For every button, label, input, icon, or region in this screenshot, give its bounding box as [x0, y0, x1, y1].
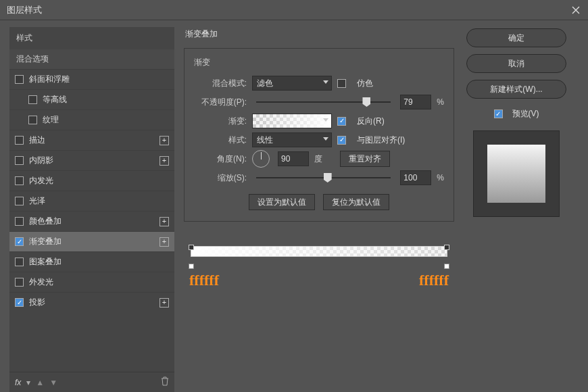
- dither-label: 仿色: [357, 78, 373, 89]
- fieldset-title: 渐变: [194, 57, 444, 68]
- style-checkbox[interactable]: [15, 237, 24, 246]
- style-checkbox[interactable]: [15, 197, 24, 205]
- style-label: 内阴影: [29, 155, 160, 166]
- style-label: 描边: [29, 134, 160, 146]
- style-label: 样式:: [194, 134, 247, 146]
- trash-icon[interactable]: [161, 376, 169, 388]
- opacity-unit: %: [437, 97, 444, 107]
- style-label: 图案叠加: [29, 256, 169, 268]
- style-label: 渐变叠加: [29, 236, 160, 247]
- preview-swatch: [473, 130, 560, 217]
- style-row-2[interactable]: 纹理: [9, 109, 174, 130]
- style-row-4[interactable]: 内阴影+: [9, 150, 174, 170]
- style-checkbox[interactable]: [15, 298, 24, 307]
- reset-align-button[interactable]: 重置对齐: [340, 151, 390, 167]
- chevron-down-icon: [323, 137, 328, 141]
- arrow-up-icon[interactable]: ▲: [36, 378, 44, 387]
- add-instance-icon[interactable]: +: [160, 298, 169, 308]
- reverse-checkbox[interactable]: [337, 117, 346, 126]
- style-checkbox[interactable]: [15, 156, 24, 165]
- add-instance-icon[interactable]: +: [160, 217, 169, 226]
- cancel-button[interactable]: 取消: [466, 54, 566, 73]
- opacity-stop-left[interactable]: [189, 245, 194, 250]
- style-row-3[interactable]: 描边+: [9, 130, 174, 150]
- style-label: 光泽: [29, 195, 169, 207]
- gradient-preview: [253, 114, 331, 128]
- style-row-11[interactable]: 投影+: [9, 292, 174, 312]
- reverse-label: 反向(R): [357, 116, 385, 127]
- style-row-6[interactable]: 光泽: [9, 191, 174, 211]
- blend-mode-label: 混合模式:: [194, 78, 247, 89]
- add-instance-icon[interactable]: +: [160, 237, 169, 247]
- section-title: 渐变叠加: [184, 27, 454, 43]
- style-select[interactable]: 线性: [252, 132, 332, 147]
- arrow-down-icon[interactable]: ▼: [49, 378, 57, 387]
- ok-button[interactable]: 确定: [466, 28, 566, 47]
- styles-header: 样式: [9, 27, 174, 49]
- style-checkbox[interactable]: [15, 136, 24, 145]
- style-row-8[interactable]: 渐变叠加+: [9, 231, 174, 251]
- angle-unit: 度: [314, 153, 322, 165]
- opacity-label: 不透明度(P):: [194, 97, 247, 108]
- color-stop-right[interactable]: [444, 264, 449, 269]
- preview-inner: [487, 145, 545, 203]
- style-row-9[interactable]: 图案叠加: [9, 251, 174, 272]
- styles-footer: fx ▾ ▲ ▼: [9, 372, 174, 392]
- angle-dial[interactable]: [252, 150, 270, 168]
- dither-checkbox[interactable]: [337, 79, 346, 88]
- style-label: 投影: [29, 297, 160, 308]
- angle-input[interactable]: 90: [278, 151, 309, 166]
- gradient-picker[interactable]: [252, 114, 332, 128]
- scale-label: 缩放(S):: [194, 172, 247, 184]
- chevron-down-icon: [323, 118, 328, 122]
- style-checkbox[interactable]: [28, 95, 37, 104]
- new-style-button[interactable]: 新建样式(W)...: [466, 80, 566, 99]
- style-checkbox[interactable]: [15, 176, 24, 185]
- gradient-fieldset: 渐变 混合模式: 滤色 仿色 不透明度(P): 79 % 渐变: 反向(R): [184, 48, 454, 222]
- slider-thumb[interactable]: [362, 97, 370, 107]
- style-checkbox[interactable]: [15, 75, 24, 84]
- add-instance-icon[interactable]: +: [160, 136, 169, 145]
- scale-slider[interactable]: [256, 177, 391, 178]
- action-panel: 确定 取消 新建样式(W)... 预览(V): [464, 27, 569, 372]
- style-row-0[interactable]: 斜面和浮雕: [9, 69, 174, 89]
- window-title: 图层样式: [7, 4, 570, 16]
- style-label: 斜面和浮雕: [29, 74, 169, 85]
- preview-checkbox[interactable]: [494, 109, 503, 118]
- styles-panel: 样式 混合选项 斜面和浮雕等高线纹理描边+内阴影+内发光光泽颜色叠加+渐变叠加+…: [9, 27, 174, 372]
- style-label: 外发光: [29, 276, 169, 288]
- style-row-10[interactable]: 外发光: [9, 272, 174, 292]
- preview-label: 预览(V): [512, 108, 539, 120]
- style-label: 颜色叠加: [29, 216, 160, 227]
- set-default-button[interactable]: 设置为默认值: [249, 194, 315, 210]
- angle-label: 角度(N):: [194, 153, 247, 165]
- gradient-bar[interactable]: [191, 246, 447, 257]
- close-icon[interactable]: [570, 5, 581, 16]
- style-checkbox[interactable]: [28, 116, 37, 124]
- reset-default-button[interactable]: 复位为默认值: [323, 194, 389, 210]
- gradient-label: 渐变:: [194, 116, 247, 127]
- style-checkbox[interactable]: [15, 217, 24, 226]
- scale-input[interactable]: 100: [400, 170, 431, 185]
- style-list: 斜面和浮雕等高线纹理描边+内阴影+内发光光泽颜色叠加+渐变叠加+图案叠加外发光投…: [9, 69, 174, 372]
- opacity-stop-right[interactable]: [444, 245, 449, 250]
- add-instance-icon[interactable]: +: [160, 156, 169, 166]
- settings-panel: 渐变叠加 渐变 混合模式: 滤色 仿色 不透明度(P): 79 % 渐变: 反向…: [184, 27, 454, 372]
- style-checkbox[interactable]: [15, 278, 24, 287]
- blend-mode-select[interactable]: 滤色: [252, 76, 332, 91]
- style-row-7[interactable]: 颜色叠加+: [9, 211, 174, 231]
- opacity-slider[interactable]: [256, 101, 391, 103]
- color-stop-left[interactable]: [189, 264, 194, 269]
- fx-label[interactable]: fx: [15, 378, 21, 387]
- hex-label-right: ffffff: [419, 272, 449, 289]
- style-row-5[interactable]: 内发光: [9, 170, 174, 191]
- blend-options-header[interactable]: 混合选项: [9, 49, 174, 69]
- style-checkbox[interactable]: [15, 258, 24, 266]
- opacity-input[interactable]: 79: [400, 95, 431, 109]
- style-row-1[interactable]: 等高线: [9, 89, 174, 109]
- style-label: 等高线: [43, 94, 169, 105]
- slider-thumb[interactable]: [324, 173, 332, 182]
- hex-label-left: ffffff: [189, 272, 219, 289]
- align-checkbox[interactable]: [337, 136, 346, 145]
- fx-caret-icon[interactable]: ▾: [26, 378, 30, 387]
